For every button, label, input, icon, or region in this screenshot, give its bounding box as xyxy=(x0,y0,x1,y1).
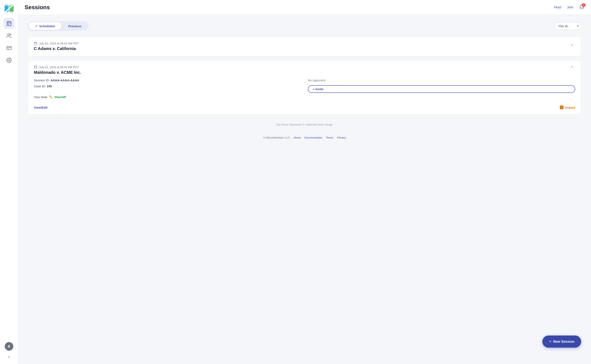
svg-point-9 xyxy=(9,34,11,35)
fab-icon: + xyxy=(549,339,551,344)
host-link[interactable]: Host xyxy=(554,5,561,9)
case-id-value: 100 xyxy=(47,84,52,88)
svg-point-8 xyxy=(7,34,9,35)
role-value: Plaintiff xyxy=(54,95,66,99)
calendar-icon-2 xyxy=(34,65,37,69)
role-emoji: ✏️ xyxy=(49,95,53,99)
session-card-2-date: July 02, 2024 at 09:42 AM PDT xyxy=(39,65,79,69)
session-card-2-details: Session ID: AAAA-AAAA-AAAA No opponent C… xyxy=(34,78,575,99)
session-card-2-info: July 02, 2024 at 09:42 AM PDT Maldonado … xyxy=(34,65,81,75)
join-link[interactable]: Join xyxy=(567,5,573,9)
tab-previous[interactable]: Previous xyxy=(62,22,88,30)
session-id-row: Session ID: AAAA-AAAA-AAAA xyxy=(34,78,301,82)
invite-button-label: + Invite xyxy=(313,87,323,91)
calendar-icon-1 xyxy=(34,42,37,45)
case-id-label: Case ID: xyxy=(34,84,46,88)
tab-scheduled[interactable]: ✓ Scheduled xyxy=(29,22,61,30)
session-id-value: AAAA-AAAA-AAAA xyxy=(50,78,79,82)
no-more-sessions-text: No more Sessions in selected time range xyxy=(28,123,581,126)
notification-badge: 1 xyxy=(582,3,585,7)
session-card-2-title: Maldonado v. ACME Inc. xyxy=(34,70,81,75)
page-title: Sessions xyxy=(25,4,554,11)
footer: © MinuteMediator LLC Home Documentation … xyxy=(28,133,581,145)
svg-rect-10 xyxy=(7,46,11,49)
role-row: Your Role: ✏️ Plaintiff xyxy=(34,95,301,99)
tab-scheduled-label: Scheduled xyxy=(39,24,55,28)
session-card-2-footer: View/Edit ! Unpaid xyxy=(34,103,575,109)
session-card-2: July 02, 2024 at 09:42 AM PDT Maldonado … xyxy=(28,60,581,114)
header: Sessions Host Join 1 xyxy=(18,0,591,15)
footer-link-documentation[interactable]: Documentation xyxy=(304,136,322,139)
check-icon: ✓ xyxy=(35,24,38,28)
unpaid-label: Unpaid xyxy=(565,106,575,109)
logo[interactable] xyxy=(4,3,14,14)
sidebar-expand-button[interactable]: » xyxy=(6,353,12,361)
session-card-1-title: C Adams v. California xyxy=(34,46,79,51)
tab-previous-label: Previous xyxy=(68,24,81,28)
role-label: Your Role: xyxy=(34,95,48,99)
session-id-label: Session ID: xyxy=(34,78,50,82)
filter-wrapper: This W... This Week Next Week This Month… xyxy=(555,23,581,30)
svg-rect-3 xyxy=(7,21,11,26)
session-card-1-info: July 02, 2024 at 08:42 AM PDT C Adams v.… xyxy=(34,42,79,51)
footer-link-terms[interactable]: Terms xyxy=(326,136,333,139)
sidebar-item-settings[interactable] xyxy=(4,55,14,65)
filter-select[interactable]: This W... This Week Next Week This Month… xyxy=(555,23,581,30)
main-area: Sessions Host Join 1 ✓ Scheduled xyxy=(18,0,591,364)
unpaid-icon: ! xyxy=(560,105,564,109)
footer-link-home[interactable]: Home xyxy=(294,136,301,139)
session-card-2-header: July 02, 2024 at 09:42 AM PDT Maldonado … xyxy=(34,65,575,75)
footer-copyright: © MinuteMediator LLC xyxy=(263,136,290,139)
sidebar-item-calendar[interactable] xyxy=(4,18,14,29)
session-card-1-date-row: July 02, 2024 at 08:42 AM PDT xyxy=(34,42,79,45)
session-card-1-expand-button[interactable]: ⌄ xyxy=(568,41,575,47)
unpaid-badge: ! Unpaid xyxy=(560,105,575,109)
session-card-1-date: July 02, 2024 at 08:42 AM PDT xyxy=(39,42,79,45)
case-id-row: Case ID: 100 xyxy=(34,84,301,93)
header-actions: Host Join 1 xyxy=(554,4,584,10)
svg-rect-14 xyxy=(34,42,37,45)
fab-label: New Session xyxy=(553,340,575,344)
invite-button[interactable]: + Invite xyxy=(308,85,575,93)
view-edit-link[interactable]: View/Edit xyxy=(34,106,47,109)
session-card-1: July 02, 2024 at 08:42 AM PDT C Adams v.… xyxy=(28,37,581,56)
divider xyxy=(28,118,581,119)
tab-group: ✓ Scheduled Previous xyxy=(28,21,89,31)
notification-button[interactable]: 1 xyxy=(579,4,584,10)
no-opponent-label: No opponent xyxy=(308,78,575,82)
footer-link-privacy[interactable]: Privacy xyxy=(337,136,346,139)
svg-rect-7 xyxy=(8,24,9,25)
session-card-1-header: July 02, 2024 at 08:42 AM PDT C Adams v.… xyxy=(34,42,575,51)
content-area: ✓ Scheduled Previous This W... This Week… xyxy=(18,15,591,364)
user-avatar[interactable]: A xyxy=(5,342,13,351)
sidebar: A » xyxy=(0,0,18,364)
svg-point-13 xyxy=(8,60,10,61)
session-card-2-collapse-button[interactable]: ⌃ xyxy=(568,65,575,71)
tab-bar: ✓ Scheduled Previous This W... This Week… xyxy=(28,21,581,31)
sidebar-item-billing[interactable] xyxy=(4,43,14,53)
new-session-button[interactable]: + New Session xyxy=(542,336,581,348)
session-card-2-date-row: July 02, 2024 at 09:42 AM PDT xyxy=(34,65,81,69)
sidebar-item-users[interactable] xyxy=(4,30,14,41)
svg-rect-18 xyxy=(34,66,37,69)
